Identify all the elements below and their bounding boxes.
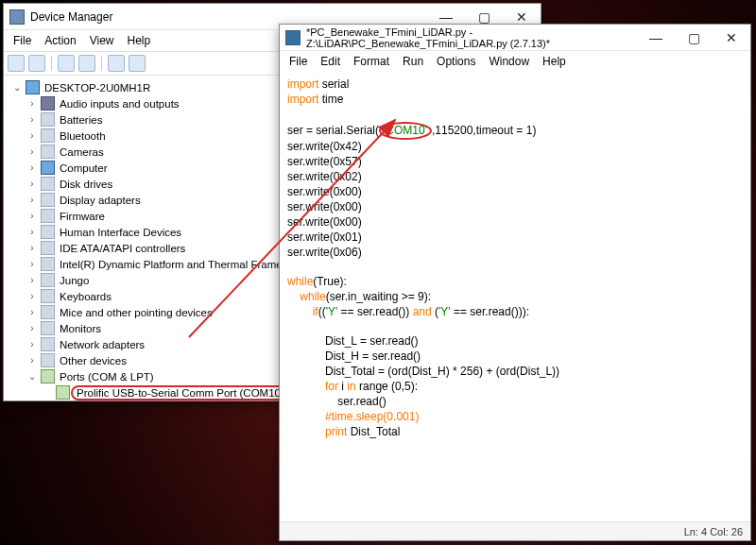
device-icon: [41, 209, 55, 223]
device-icon: [41, 225, 55, 239]
menu-help[interactable]: Help: [537, 53, 572, 70]
dm-title-text: Device Manager: [30, 10, 427, 24]
expand-toggle[interactable]: ›: [26, 162, 38, 173]
device-label: Monitors: [58, 323, 103, 334]
device-label: Firmware: [58, 211, 107, 222]
expand-toggle[interactable]: ›: [26, 130, 38, 141]
expand-toggle[interactable]: ›: [26, 146, 38, 157]
menu-file[interactable]: File: [8, 32, 37, 49]
python-idle-window: *PC_Benewake_TFmini_LiDAR.py - Z:\LiDAR\…: [279, 24, 751, 541]
back-button[interactable]: [8, 55, 25, 72]
device-icon: [41, 369, 55, 383]
idle-title-text: *PC_Benewake_TFmini_LiDAR.py - Z:\LiDAR\…: [306, 26, 637, 49]
device-icon: [41, 161, 55, 175]
expand-toggle[interactable]: ›: [26, 259, 38, 269]
device-icon: [26, 80, 40, 94]
device-icon: [41, 337, 55, 351]
device-label: Network adapters: [58, 339, 146, 350]
device-label: Bluetooth: [58, 130, 108, 142]
expand-toggle[interactable]: ›: [26, 355, 38, 366]
menu-run[interactable]: Run: [397, 53, 429, 70]
properties-button[interactable]: [58, 55, 75, 72]
idle-statusbar: Ln: 4 Col: 26: [280, 521, 750, 540]
expand-toggle[interactable]: ›: [26, 339, 38, 349]
expand-toggle[interactable]: ›: [26, 211, 38, 221]
device-label: Human Interface Devices: [58, 227, 183, 238]
device-icon: [41, 257, 55, 271]
toolbar-separator: [101, 56, 102, 71]
device-icon: [41, 353, 55, 367]
device-icon: [41, 112, 55, 127]
menu-window[interactable]: Window: [483, 53, 535, 70]
maximize-button[interactable]: ▢: [675, 25, 713, 51]
device-label: Mice and other pointing devices: [58, 307, 215, 318]
menu-options[interactable]: Options: [431, 53, 481, 70]
expand-toggle[interactable]: ›: [26, 243, 38, 253]
menu-view[interactable]: View: [84, 32, 120, 49]
device-icon: [41, 241, 55, 255]
menu-action[interactable]: Action: [39, 32, 81, 49]
menu-format[interactable]: Format: [348, 53, 395, 70]
close-button[interactable]: ✕: [713, 25, 750, 51]
device-icon: [41, 193, 55, 207]
device-icon: [41, 305, 55, 319]
device-label: Prolific USB-to-Serial Comm Port (COM10): [73, 387, 288, 399]
expand-toggle[interactable]: ›: [26, 114, 38, 125]
help-toolbar-button[interactable]: [78, 55, 95, 72]
forward-button[interactable]: [28, 55, 45, 72]
menu-file[interactable]: File: [284, 53, 313, 70]
device-label: Audio inputs and outputs: [58, 98, 181, 110]
toolbar-separator: [51, 56, 52, 71]
device-icon: [41, 321, 55, 335]
expand-toggle[interactable]: ›: [26, 291, 38, 301]
device-icon: [41, 145, 55, 159]
expand-toggle[interactable]: ›: [26, 98, 38, 109]
expand-toggle[interactable]: ⌄: [26, 371, 38, 382]
code-editor[interactable]: import serial import time ser = serial.S…: [280, 72, 750, 521]
expand-toggle[interactable]: ›: [26, 227, 38, 237]
expand-toggle[interactable]: ›: [26, 195, 38, 205]
device-label: DESKTOP-2U0MH1R: [43, 82, 152, 94]
device-label: Batteries: [58, 114, 104, 126]
menu-help[interactable]: Help: [122, 32, 157, 49]
device-label: Disk drives: [58, 179, 114, 190]
device-icon: [41, 128, 55, 143]
expand-toggle[interactable]: ›: [26, 307, 38, 317]
scan-button[interactable]: [108, 55, 125, 72]
device-label: Display adapters: [58, 195, 143, 206]
device-icon: [41, 289, 55, 303]
device-icon: [41, 273, 55, 287]
expand-toggle[interactable]: ›: [26, 323, 38, 333]
device-icon: [41, 177, 55, 191]
device-label: Other devices: [58, 355, 129, 366]
com-port-highlight: 'COM10': [379, 122, 432, 140]
idle-menubar: File Edit Format Run Options Window Help: [280, 51, 750, 72]
expand-toggle[interactable]: ›: [26, 179, 38, 189]
minimize-button[interactable]: —: [637, 25, 675, 51]
python-icon: [285, 30, 301, 45]
device-label: Ports (COM & LPT): [58, 371, 156, 383]
device-label: Keyboards: [58, 291, 113, 302]
device-icon: [56, 385, 70, 400]
expand-toggle[interactable]: ›: [26, 275, 38, 285]
view-devices-button[interactable]: [129, 55, 146, 72]
device-label: Intel(R) Dynamic Platform and Thermal Fr…: [58, 259, 307, 270]
cursor-position: Ln: 4 Col: 26: [684, 526, 743, 537]
device-icon: [41, 96, 55, 111]
device-label: Jungo: [58, 275, 91, 286]
device-manager-icon: [9, 9, 25, 25]
menu-edit[interactable]: Edit: [315, 53, 346, 70]
device-label: Cameras: [58, 146, 106, 158]
idle-titlebar[interactable]: *PC_Benewake_TFmini_LiDAR.py - Z:\LiDAR\…: [280, 25, 750, 51]
expand-toggle[interactable]: ⌄: [11, 82, 23, 93]
device-label: IDE ATA/ATAPI controllers: [58, 243, 187, 254]
device-label: Computer: [58, 162, 110, 174]
